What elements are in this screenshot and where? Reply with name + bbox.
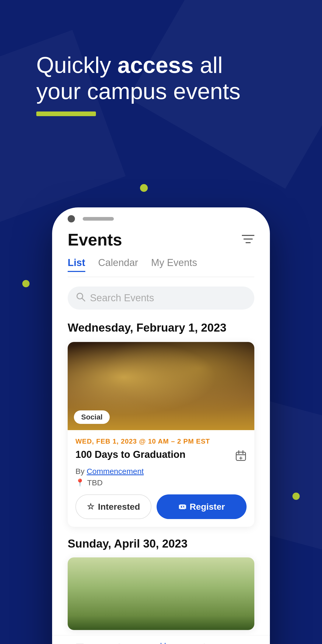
hero-line2: your campus events [36,78,241,104]
star-icon: ☆ [87,502,94,512]
tab-my-events[interactable]: My Events [151,257,197,272]
location-pin-icon: 📍 [75,478,85,487]
register-icon: 🎟 [178,502,186,511]
search-bar[interactable]: Search Events [68,286,254,310]
feed-icon [74,643,86,644]
hero-line1-normal: Quickly [36,52,117,78]
search-input[interactable]: Search Events [90,292,154,304]
register-label: Register [190,502,225,512]
location-text: TBD [87,478,103,487]
event-organizer: By Commencement [75,467,247,476]
event-title-row: 100 Days to Graduation [75,449,247,464]
bottom-nav: Feed Discover Events [52,635,270,644]
search-icon [76,292,85,304]
event-title: 100 Days to Graduation [75,449,235,460]
nav-item-events[interactable]: Events [152,643,174,644]
phone-speaker [83,217,114,221]
event-image-2 [68,557,254,630]
event-card-2 [68,557,254,630]
hero-line1-bold: access [117,52,194,78]
app-content: Events List Calendar My Events [52,225,270,630]
page-title: Events [68,230,122,249]
hero-section: Quickly access all your campus events [36,52,286,116]
svg-line-4 [82,298,85,301]
date-heading-1: Wednesday, February 1, 2023 [68,321,254,335]
phone-mockup: Events List Calendar My Events [52,207,270,644]
tab-calendar[interactable]: Calendar [98,257,138,272]
app-header: Events [68,230,254,249]
dot-right [292,493,300,500]
event-date-time: WED, FEB 1, 2023 @ 10 AM – 2 PM EST [75,437,247,445]
calendar-add-icon[interactable] [235,450,247,464]
nav-item-discover[interactable]: Discover [107,643,133,644]
date-heading-2: Sunday, April 30, 2023 [68,537,254,550]
event-details-1: WED, FEB 1, 2023 @ 10 AM – 2 PM EST 100 … [68,430,254,527]
nav-item-groups[interactable]: Groups [193,643,215,644]
more-icon [236,643,248,644]
interested-button[interactable]: ☆ Interested [75,494,151,519]
event-tag: Social [74,410,110,424]
organizer-prefix: By [75,467,87,475]
filter-icon[interactable] [242,233,254,247]
hero-line1-end: all [194,52,223,78]
hero-text: Quickly access all your campus events [36,52,286,104]
register-button[interactable]: 🎟 Register [157,494,247,519]
dot-left [22,280,30,287]
event-card-1: Social WED, FEB 1, 2023 @ 10 AM – 2 PM E… [68,342,254,527]
phone-camera [68,215,75,222]
nav-item-more[interactable]: More [235,643,250,644]
tab-list[interactable]: List [68,257,85,272]
event-actions: ☆ Interested 🎟 Register [75,494,247,519]
dot-center [140,184,148,192]
hero-underline [36,111,96,116]
discover-icon [114,643,125,644]
event-location: 📍 TBD [75,478,247,487]
interested-label: Interested [98,502,140,512]
event-image-1: Social [68,342,254,430]
tab-bar: List Calendar My Events [68,257,254,277]
events-icon [157,643,169,644]
groups-icon [199,643,210,644]
nav-item-feed[interactable]: Feed [72,643,87,644]
phone-top-bar [52,207,270,225]
organizer-link[interactable]: Commencement [87,467,144,475]
